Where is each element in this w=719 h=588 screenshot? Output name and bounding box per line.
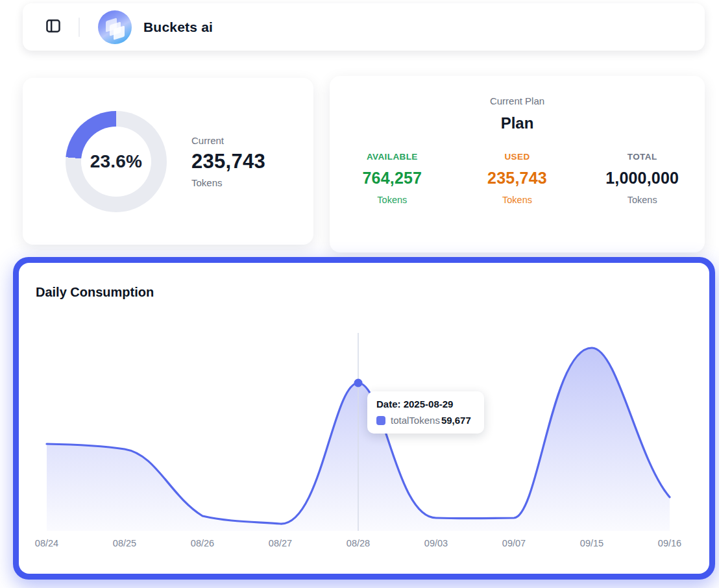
- x-axis-label: 09/15: [566, 538, 618, 548]
- daily-consumption-chart[interactable]: [19, 263, 709, 574]
- x-axis-label: 08/27: [254, 538, 306, 548]
- tooltip-series-value: 59,677: [441, 415, 471, 426]
- usage-value: 235,743: [191, 150, 265, 173]
- dashboard-page: Buckets ai 23.6% Current 235,743 Tokens …: [0, 0, 719, 588]
- topbar-divider: [79, 18, 80, 37]
- plan-title: Plan: [330, 114, 705, 132]
- stat-available: AVAILABLE 764,257 Tokens: [330, 152, 455, 205]
- buckets-ai-logo: [98, 10, 132, 44]
- x-axis-label: 08/24: [21, 538, 73, 548]
- chart-tooltip: Date: 2025-08-29 totalTokens 59,677: [367, 391, 484, 434]
- plan-subtitle: Current Plan: [330, 95, 705, 106]
- usage-percent: 23.6%: [90, 151, 142, 172]
- stat-total: TOTAL 1,000,000 Tokens: [579, 152, 705, 205]
- x-axis-label: 09/03: [410, 538, 462, 548]
- stat-used: USED 235,743 Tokens: [455, 152, 580, 205]
- current-usage-card: 23.6% Current 235,743 Tokens: [23, 78, 313, 245]
- usage-label: Current: [191, 135, 265, 146]
- tooltip-date: Date: 2025-08-29: [376, 398, 475, 410]
- x-axis: 08/24 08/25 08/26 08/27 08/28 09/03 09/0…: [19, 538, 709, 551]
- x-axis-label: 08/25: [99, 538, 151, 548]
- x-axis-label: 08/26: [177, 538, 228, 548]
- panel-left-icon: [45, 18, 62, 36]
- app-topbar: Buckets ai: [23, 3, 705, 51]
- x-axis-label: 09/07: [488, 538, 540, 548]
- current-plan-card: Current Plan Plan AVAILABLE 764,257 Toke…: [330, 76, 705, 252]
- highlighted-point[interactable]: [354, 379, 363, 387]
- x-axis-label: 08/28: [332, 538, 384, 548]
- tooltip-series-name: totalTokens: [391, 415, 440, 426]
- daily-consumption-card: Daily Consumption Date:: [13, 257, 715, 580]
- app-title: Buckets ai: [143, 19, 213, 35]
- usage-donut-chart: 23.6%: [66, 111, 167, 212]
- x-axis-label: 09/16: [644, 538, 696, 548]
- sidebar-toggle-button[interactable]: [45, 19, 62, 36]
- series-swatch-icon: [376, 416, 385, 425]
- usage-unit: Tokens: [191, 177, 265, 188]
